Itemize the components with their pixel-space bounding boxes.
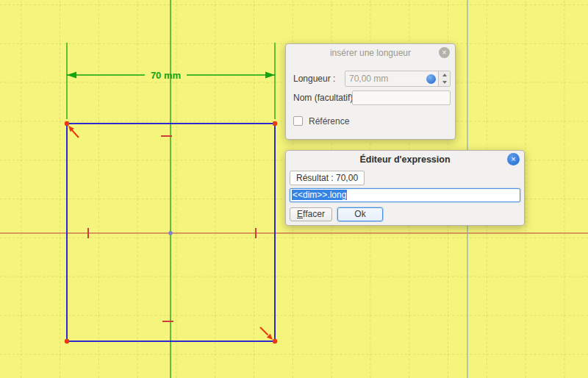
sketch-canvas[interactable]: 70 mm: [0, 0, 588, 378]
spin-up-icon[interactable]: [439, 71, 450, 79]
vertex-bottomright[interactable]: [273, 339, 277, 343]
dialog-expression-editor: Éditeur d'expression × Résultat : 70,00 …: [285, 150, 525, 226]
length-spinbox[interactable]: 70,00 mm: [345, 71, 451, 87]
spin-down-icon[interactable]: [439, 79, 450, 86]
vertex-topleft[interactable]: [65, 121, 69, 126]
clear-button-rest: ffacer: [303, 209, 325, 219]
dialog-expression-title: Éditeur d'expression: [286, 154, 524, 165]
reference-label: Référence: [309, 116, 349, 126]
clear-button[interactable]: Effacer: [290, 207, 332, 221]
close-icon[interactable]: ×: [507, 153, 520, 165]
origin-point[interactable]: [168, 231, 173, 235]
expression-selected-text: <<dim>>.long: [292, 190, 347, 200]
ok-button[interactable]: Ok: [337, 207, 383, 221]
reference-checkbox[interactable]: [293, 116, 303, 126]
vertex-bottomleft[interactable]: [65, 339, 69, 343]
dialog-insert-length-titlebar[interactable]: insérer une longueur ×: [286, 44, 455, 62]
dialog-insert-length-title: insérer une longueur: [286, 48, 455, 58]
clear-button-accel: E: [297, 209, 303, 219]
vertex-topright[interactable]: [273, 121, 277, 126]
dialog-insert-length: insérer une longueur × Longueur : 70,00 …: [285, 43, 456, 140]
name-label: Nom (facultatif): [293, 93, 353, 103]
length-value[interactable]: 70,00 mm: [345, 74, 426, 84]
expression-icon[interactable]: [426, 74, 436, 84]
close-icon[interactable]: ×: [439, 47, 450, 58]
expression-input[interactable]: <<dim>>.long: [290, 188, 520, 202]
result-readout: Résultat : 70,00: [290, 171, 365, 185]
length-label: Longueur :: [293, 74, 335, 84]
dialog-expression-titlebar[interactable]: Éditeur d'expression ×: [286, 151, 524, 168]
spinner[interactable]: [438, 71, 450, 86]
dimension-value-label[interactable]: 70 mm: [151, 70, 181, 81]
name-input[interactable]: [352, 90, 451, 105]
